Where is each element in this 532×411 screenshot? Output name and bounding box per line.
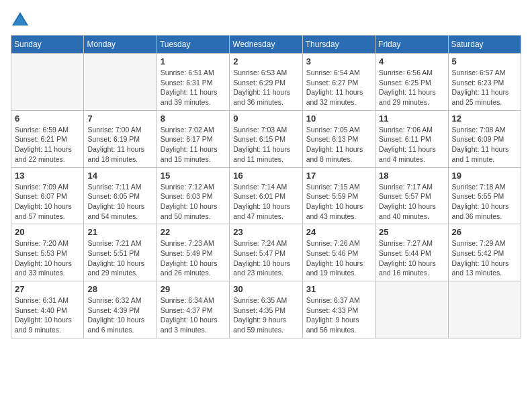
- calendar-day-cell: 21Sunrise: 7:21 AM Sunset: 5:51 PM Dayli…: [84, 224, 157, 281]
- calendar-week-row: 6Sunrise: 6:59 AM Sunset: 6:21 PM Daylig…: [11, 110, 521, 167]
- day-info: Sunrise: 7:00 AM Sunset: 6:19 PM Dayligh…: [87, 125, 152, 165]
- day-info: Sunrise: 7:08 AM Sunset: 6:09 PM Dayligh…: [452, 125, 517, 165]
- calendar-day-cell: 20Sunrise: 7:20 AM Sunset: 5:53 PM Dayli…: [11, 224, 84, 281]
- calendar-week-row: 20Sunrise: 7:20 AM Sunset: 5:53 PM Dayli…: [11, 224, 521, 281]
- weekday-header-cell: Tuesday: [157, 36, 229, 54]
- calendar-week-row: 13Sunrise: 7:09 AM Sunset: 6:07 PM Dayli…: [11, 167, 521, 224]
- weekday-header-cell: Friday: [375, 36, 448, 54]
- day-number: 15: [161, 171, 226, 181]
- calendar-day-cell: 2Sunrise: 6:53 AM Sunset: 6:29 PM Daylig…: [230, 54, 302, 111]
- day-info: Sunrise: 6:35 AM Sunset: 4:35 PM Dayligh…: [233, 295, 298, 335]
- day-info: Sunrise: 6:59 AM Sunset: 6:21 PM Dayligh…: [15, 125, 80, 165]
- calendar-day-cell: 12Sunrise: 7:08 AM Sunset: 6:09 PM Dayli…: [448, 110, 521, 167]
- calendar-day-cell: 26Sunrise: 7:29 AM Sunset: 5:42 PM Dayli…: [448, 224, 521, 281]
- calendar-day-cell: 7Sunrise: 7:00 AM Sunset: 6:19 PM Daylig…: [84, 110, 157, 167]
- calendar-day-cell: 1Sunrise: 6:51 AM Sunset: 6:31 PM Daylig…: [157, 54, 229, 111]
- day-number: 17: [306, 171, 371, 181]
- day-info: Sunrise: 7:29 AM Sunset: 5:42 PM Dayligh…: [452, 238, 517, 278]
- day-number: 8: [161, 113, 226, 124]
- day-info: Sunrise: 7:03 AM Sunset: 6:15 PM Dayligh…: [233, 125, 298, 165]
- day-number: 25: [379, 227, 444, 237]
- day-info: Sunrise: 7:26 AM Sunset: 5:46 PM Dayligh…: [306, 238, 371, 278]
- calendar-day-cell: 19Sunrise: 7:18 AM Sunset: 5:55 PM Dayli…: [448, 167, 521, 224]
- day-info: Sunrise: 7:02 AM Sunset: 6:17 PM Dayligh…: [161, 125, 226, 165]
- calendar-day-cell: 23Sunrise: 7:24 AM Sunset: 5:47 PM Dayli…: [230, 224, 302, 281]
- calendar-day-cell: 28Sunrise: 6:32 AM Sunset: 4:39 PM Dayli…: [84, 281, 157, 338]
- day-number: 18: [379, 171, 444, 181]
- day-info: Sunrise: 6:32 AM Sunset: 4:39 PM Dayligh…: [87, 295, 152, 335]
- day-number: 26: [452, 227, 517, 237]
- calendar-day-cell: 18Sunrise: 7:17 AM Sunset: 5:57 PM Dayli…: [375, 167, 448, 224]
- logo-icon: [11, 11, 30, 30]
- day-info: Sunrise: 7:27 AM Sunset: 5:44 PM Dayligh…: [379, 238, 444, 278]
- calendar-day-cell: 11Sunrise: 7:06 AM Sunset: 6:11 PM Dayli…: [375, 110, 448, 167]
- day-number: 29: [161, 284, 226, 294]
- day-number: 14: [87, 171, 152, 181]
- calendar-day-cell: 31Sunrise: 6:37 AM Sunset: 4:33 PM Dayli…: [302, 281, 375, 338]
- day-number: 5: [452, 56, 517, 66]
- day-number: 10: [306, 113, 371, 124]
- calendar-week-row: 27Sunrise: 6:31 AM Sunset: 4:40 PM Dayli…: [11, 281, 521, 338]
- calendar-day-cell: 13Sunrise: 7:09 AM Sunset: 6:07 PM Dayli…: [11, 167, 84, 224]
- day-info: Sunrise: 7:12 AM Sunset: 6:03 PM Dayligh…: [161, 182, 226, 222]
- day-info: Sunrise: 7:15 AM Sunset: 5:59 PM Dayligh…: [306, 182, 371, 222]
- day-info: Sunrise: 7:20 AM Sunset: 5:53 PM Dayligh…: [15, 238, 80, 278]
- day-number: 4: [379, 56, 444, 66]
- day-info: Sunrise: 7:17 AM Sunset: 5:57 PM Dayligh…: [379, 182, 444, 222]
- calendar-day-cell: 22Sunrise: 7:23 AM Sunset: 5:49 PM Dayli…: [157, 224, 229, 281]
- day-info: Sunrise: 7:23 AM Sunset: 5:49 PM Dayligh…: [161, 238, 226, 278]
- day-info: Sunrise: 7:06 AM Sunset: 6:11 PM Dayligh…: [379, 125, 444, 165]
- calendar-day-cell: [448, 281, 521, 338]
- day-number: 31: [306, 284, 371, 294]
- day-number: 30: [233, 284, 298, 294]
- weekday-header-cell: Monday: [84, 36, 157, 54]
- day-number: 3: [306, 56, 371, 66]
- day-info: Sunrise: 6:54 AM Sunset: 6:27 PM Dayligh…: [306, 68, 371, 107]
- calendar-day-cell: 24Sunrise: 7:26 AM Sunset: 5:46 PM Dayli…: [302, 224, 375, 281]
- day-number: 19: [452, 171, 517, 181]
- day-number: 24: [306, 227, 371, 237]
- day-number: 6: [15, 113, 80, 124]
- day-info: Sunrise: 7:24 AM Sunset: 5:47 PM Dayligh…: [233, 238, 298, 278]
- calendar-day-cell: 15Sunrise: 7:12 AM Sunset: 6:03 PM Dayli…: [157, 167, 229, 224]
- day-info: Sunrise: 7:21 AM Sunset: 5:51 PM Dayligh…: [87, 238, 152, 278]
- calendar-day-cell: 6Sunrise: 6:59 AM Sunset: 6:21 PM Daylig…: [11, 110, 84, 167]
- day-number: 20: [15, 227, 80, 237]
- day-number: 9: [233, 113, 298, 124]
- calendar-day-cell: 30Sunrise: 6:35 AM Sunset: 4:35 PM Dayli…: [230, 281, 302, 338]
- calendar-day-cell: 27Sunrise: 6:31 AM Sunset: 4:40 PM Dayli…: [11, 281, 84, 338]
- day-number: 27: [15, 284, 80, 294]
- day-info: Sunrise: 6:56 AM Sunset: 6:25 PM Dayligh…: [379, 68, 444, 107]
- day-number: 12: [452, 113, 517, 124]
- day-number: 23: [233, 227, 298, 237]
- day-number: 7: [87, 113, 152, 124]
- calendar-table: SundayMondayTuesdayWednesdayThursdayFrid…: [11, 35, 521, 338]
- day-number: 13: [15, 171, 80, 181]
- day-info: Sunrise: 6:34 AM Sunset: 4:37 PM Dayligh…: [161, 295, 226, 335]
- day-number: 11: [379, 113, 444, 124]
- calendar-day-cell: 5Sunrise: 6:57 AM Sunset: 6:23 PM Daylig…: [448, 54, 521, 111]
- weekday-header-cell: Sunday: [11, 36, 84, 54]
- calendar-day-cell: [84, 54, 157, 111]
- calendar-day-cell: 14Sunrise: 7:11 AM Sunset: 6:05 PM Dayli…: [84, 167, 157, 224]
- page-header: [11, 11, 521, 30]
- calendar-day-cell: 4Sunrise: 6:56 AM Sunset: 6:25 PM Daylig…: [375, 54, 448, 111]
- day-number: 2: [233, 56, 298, 66]
- day-info: Sunrise: 7:18 AM Sunset: 5:55 PM Dayligh…: [452, 182, 517, 222]
- day-number: 22: [161, 227, 226, 237]
- calendar-day-cell: [11, 54, 84, 111]
- calendar-week-row: 1Sunrise: 6:51 AM Sunset: 6:31 PM Daylig…: [11, 54, 521, 111]
- day-info: Sunrise: 6:31 AM Sunset: 4:40 PM Dayligh…: [15, 295, 80, 335]
- day-info: Sunrise: 6:57 AM Sunset: 6:23 PM Dayligh…: [452, 68, 517, 107]
- calendar-day-cell: 8Sunrise: 7:02 AM Sunset: 6:17 PM Daylig…: [157, 110, 229, 167]
- calendar-day-cell: 9Sunrise: 7:03 AM Sunset: 6:15 PM Daylig…: [230, 110, 302, 167]
- day-info: Sunrise: 7:05 AM Sunset: 6:13 PM Dayligh…: [306, 125, 371, 165]
- weekday-header-cell: Thursday: [302, 36, 375, 54]
- calendar-day-cell: 3Sunrise: 6:54 AM Sunset: 6:27 PM Daylig…: [302, 54, 375, 111]
- day-info: Sunrise: 7:14 AM Sunset: 6:01 PM Dayligh…: [233, 182, 298, 222]
- calendar-day-cell: [375, 281, 448, 338]
- day-number: 21: [87, 227, 152, 237]
- calendar-day-cell: 10Sunrise: 7:05 AM Sunset: 6:13 PM Dayli…: [302, 110, 375, 167]
- day-info: Sunrise: 7:11 AM Sunset: 6:05 PM Dayligh…: [87, 182, 152, 222]
- day-number: 16: [233, 171, 298, 181]
